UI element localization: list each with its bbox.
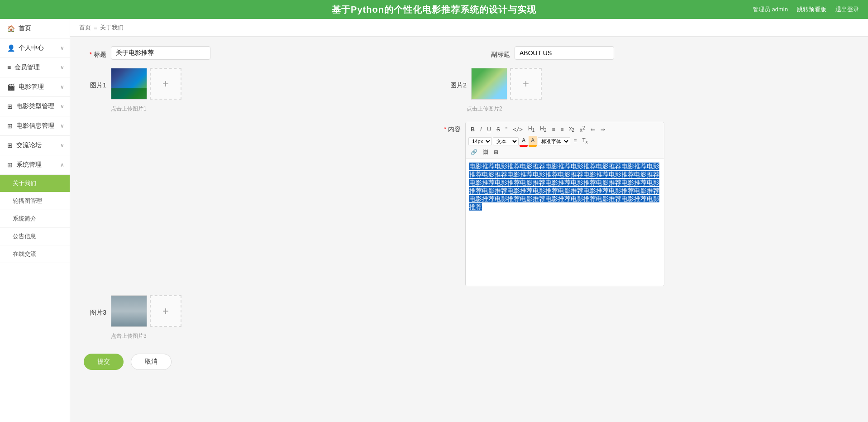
image2-upload-container: + bbox=[471, 68, 542, 100]
image2-label: 图片2 bbox=[444, 78, 471, 90]
code-button[interactable]: </> bbox=[510, 125, 525, 134]
subtitle-label: 副标题 bbox=[491, 47, 515, 59]
image1-section: 图片1 + 点击上传图片1 bbox=[84, 68, 181, 113]
sidebar-item-member[interactable]: ≡ 会员管理 ∨ bbox=[0, 58, 70, 77]
sidebar-sub-item-carousel[interactable]: 轮播图管理 bbox=[0, 192, 70, 210]
editor-content[interactable]: 电影推荐电影推荐电影推荐电影推荐电影推荐电影推荐电影推荐电影推荐电影推荐电影推荐… bbox=[466, 159, 664, 286]
layout: 🏠 首页 👤 个人中心 ∨ ≡ 会员管理 ∨ 🎬 电影管理 ∨ ⊞ 电影类型管理… bbox=[0, 19, 868, 422]
sidebar-item-system[interactable]: ⊞ 系统管理 ∧ bbox=[0, 155, 70, 175]
image2-preview-inner bbox=[472, 68, 507, 99]
toolbar-row-1: B I U S " </> H1 H2 ≡ ≡ bbox=[468, 124, 661, 135]
cancel-button[interactable]: 取消 bbox=[131, 354, 172, 370]
sidebar-sub-item-system-intro[interactable]: 系统简介 bbox=[0, 210, 70, 228]
switch-preview-button[interactable]: 跳转预看版 bbox=[797, 5, 826, 14]
image3-hint: 点击上传图片3 bbox=[111, 332, 854, 340]
image-button[interactable]: 🖼 bbox=[481, 148, 491, 157]
image1-upload-container: + bbox=[111, 68, 181, 100]
table-button[interactable]: ⊞ bbox=[491, 148, 501, 157]
sidebar-sub-carousel-label: 轮播图管理 bbox=[13, 197, 42, 205]
grid-icon: ⊞ bbox=[7, 103, 13, 110]
sidebar-item-personal[interactable]: 👤 个人中心 ∨ bbox=[0, 38, 70, 58]
logout-button[interactable]: 退出登录 bbox=[835, 5, 859, 14]
italic-button[interactable]: I bbox=[478, 125, 484, 134]
sidebar-sub-announcement-label: 公告信息 bbox=[13, 232, 36, 240]
header: 基于Python的个性化电影推荐系统的设计与实现 管理员 admin 跳转预看版… bbox=[0, 0, 868, 19]
form-area: 标题 副标题 图片1 bbox=[70, 37, 868, 379]
submit-button[interactable]: 提交 bbox=[84, 354, 124, 370]
title-input[interactable] bbox=[111, 46, 210, 60]
align-button[interactable]: ≡ bbox=[571, 136, 579, 146]
clear-format-button[interactable]: Tx bbox=[580, 136, 590, 146]
bold-button[interactable]: B bbox=[468, 125, 477, 134]
strikethrough-button[interactable]: S bbox=[494, 125, 502, 134]
form-buttons: 提交 取消 bbox=[84, 354, 854, 370]
sidebar-item-member-label: 会员管理 bbox=[14, 63, 40, 72]
color-button[interactable]: A bbox=[520, 136, 528, 147]
breadcrumb-home[interactable]: 首页 bbox=[79, 24, 91, 32]
image3-upload-button[interactable]: + bbox=[150, 295, 181, 327]
forum-icon: ⊞ bbox=[7, 142, 13, 149]
chevron-down-icon: ∨ bbox=[60, 45, 64, 51]
sidebar-item-movie-label: 电影管理 bbox=[19, 83, 44, 91]
image1-upload-button[interactable]: + bbox=[150, 68, 181, 100]
chevron-down-icon-6: ∨ bbox=[60, 142, 64, 149]
sidebar-sub-item-about-us[interactable]: 关于我们 bbox=[0, 175, 70, 192]
editor-wrapper: B I U S " </> H1 H2 ≡ ≡ bbox=[465, 122, 664, 286]
font-size-select[interactable]: 14px 12px 16px 18px bbox=[468, 137, 492, 145]
image2-hint: 点击上传图片2 bbox=[467, 105, 664, 113]
chevron-up-icon: ∧ bbox=[60, 162, 64, 168]
movie-icon: 🎬 bbox=[7, 83, 15, 91]
link-button[interactable]: 🔗 bbox=[468, 148, 480, 157]
sidebar-item-home-label: 首页 bbox=[19, 24, 31, 33]
image1-preview-inner bbox=[111, 68, 147, 99]
header-title: 基于Python的个性化电影推荐系统的设计与实现 bbox=[332, 4, 536, 16]
editor-toolbar: B I U S " </> H1 H2 ≡ ≡ bbox=[466, 122, 664, 159]
sidebar-item-movie-type[interactable]: ⊞ 电影类型管理 ∨ bbox=[0, 97, 70, 116]
person-icon: 👤 bbox=[7, 44, 15, 52]
list-ol-button[interactable]: ≡ bbox=[558, 125, 566, 134]
list-ul-button[interactable]: ≡ bbox=[549, 125, 557, 134]
font-type-select[interactable]: 文本 标题1 标题2 bbox=[493, 137, 519, 145]
sidebar-item-movie[interactable]: 🎬 电影管理 ∨ bbox=[0, 77, 70, 97]
sidebar-item-home[interactable]: 🏠 首页 bbox=[0, 19, 70, 38]
image3-preview bbox=[111, 295, 147, 327]
right-panel: 图片2 + 点击上传图片2 bbox=[444, 68, 664, 286]
underline-button[interactable]: U bbox=[485, 125, 493, 134]
image1-preview bbox=[111, 68, 147, 100]
image3-upload-container: + bbox=[111, 295, 181, 327]
indent-right-button[interactable]: ⇒ bbox=[598, 125, 607, 134]
sidebar-item-movie-info[interactable]: ⊞ 电影信息管理 ∨ bbox=[0, 116, 70, 136]
sidebar-sub-item-online-exchange[interactable]: 在线交流 bbox=[0, 245, 70, 263]
h1-button[interactable]: H1 bbox=[526, 124, 537, 134]
quote-button[interactable]: " bbox=[503, 125, 510, 134]
indent-left-button[interactable]: ⇐ bbox=[588, 125, 597, 134]
color-bg-button[interactable]: A bbox=[529, 136, 537, 147]
content-section: 内容 B I U S " </> H1 bbox=[444, 122, 664, 286]
sidebar-item-system-label: 系统管理 bbox=[16, 161, 42, 169]
sidebar-item-forum[interactable]: ⊞ 交流论坛 ∨ bbox=[0, 136, 70, 155]
image2-preview bbox=[471, 68, 507, 100]
h2-button[interactable]: H2 bbox=[538, 124, 548, 134]
subscript-button[interactable]: x2 bbox=[567, 124, 577, 134]
main-content: 首页 ≡ 关于我们 标题 副标题 bbox=[70, 19, 868, 422]
image2-section: 图片2 + 点击上传图片2 bbox=[444, 68, 664, 113]
content-label: 内容 bbox=[444, 122, 465, 134]
chevron-down-icon-5: ∨ bbox=[60, 123, 64, 129]
title-label: 标题 bbox=[84, 47, 111, 59]
member-icon: ≡ bbox=[7, 64, 11, 71]
editor-selected-text: 电影推荐电影推荐电影推荐电影推荐电影推荐电影推荐电影推荐电影推荐电影推荐电影推荐… bbox=[469, 163, 659, 211]
sidebar: 🏠 首页 👤 个人中心 ∨ ≡ 会员管理 ∨ 🎬 电影管理 ∨ ⊞ 电影类型管理… bbox=[0, 19, 70, 422]
image2-upload-button[interactable]: + bbox=[510, 68, 542, 100]
system-icon: ⊞ bbox=[7, 161, 13, 168]
image3-preview-inner bbox=[111, 296, 147, 326]
subtitle-input[interactable] bbox=[515, 46, 614, 60]
chevron-down-icon-3: ∨ bbox=[60, 84, 64, 90]
admin-label: 管理员 admin bbox=[753, 5, 788, 14]
sidebar-sub-item-announcement[interactable]: 公告信息 bbox=[0, 228, 70, 245]
font-family-select[interactable]: 标准字体 宋体 微软雅黑 bbox=[538, 137, 570, 145]
grid-icon-2: ⊞ bbox=[7, 122, 13, 129]
sidebar-item-personal-label: 个人中心 bbox=[19, 44, 44, 52]
superscript-button[interactable]: x2 bbox=[577, 124, 587, 135]
image3-section: 图片3 + 点击上传图片3 bbox=[84, 295, 854, 340]
title-subtitle-row: 标题 副标题 bbox=[84, 46, 854, 60]
